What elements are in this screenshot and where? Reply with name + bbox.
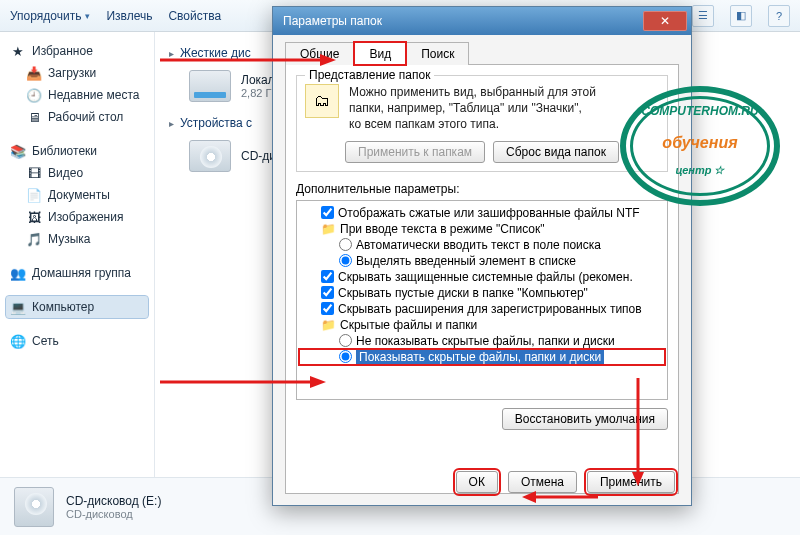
- cd-icon: [14, 487, 54, 527]
- network-icon: 🌐: [10, 333, 26, 349]
- sidebar-pictures[interactable]: 🖼Изображения: [6, 206, 148, 228]
- dialog-tabs: Общие Вид Поиск: [273, 35, 691, 64]
- footer-title: CD-дисковод (E:): [66, 494, 161, 508]
- dialog-titlebar[interactable]: Параметры папок ✕: [273, 7, 691, 35]
- preview-pane-icon[interactable]: ◧: [730, 5, 752, 27]
- toolbar-properties[interactable]: Свойства: [168, 9, 221, 23]
- apply-to-folders-button[interactable]: Применить к папкам: [345, 141, 485, 163]
- view-mode-icon[interactable]: ☰: [692, 5, 714, 27]
- folder-view-groupbox: Представление папок 🗂 Можно применить ви…: [296, 75, 668, 172]
- sidebar-documents[interactable]: 📄Документы: [6, 184, 148, 206]
- groupbox-text: Можно применить вид, выбранный для этой …: [349, 84, 596, 133]
- recent-icon: 🕘: [26, 87, 42, 103]
- tab-view-page: Представление папок 🗂 Можно применить ви…: [285, 64, 679, 494]
- opt-hidden-files[interactable]: Скрытые файлы и папки: [299, 317, 665, 333]
- sidebar-video[interactable]: 🎞Видео: [6, 162, 148, 184]
- close-icon[interactable]: ✕: [643, 11, 687, 31]
- sidebar-downloads[interactable]: 📥Загрузки: [6, 62, 148, 84]
- opt-auto-search[interactable]: Автоматически вводить текст в поле поиск…: [299, 237, 665, 253]
- library-icon: 📚: [10, 143, 26, 159]
- tab-general[interactable]: Общие: [285, 42, 354, 65]
- folder-view-icon: 🗂: [305, 84, 339, 118]
- opt-list-typing[interactable]: При вводе текста в режиме "Список": [299, 221, 665, 237]
- label: Видео: [48, 166, 83, 180]
- toolbar-organize[interactable]: Упорядочить: [10, 9, 90, 23]
- opt-dont-show-hidden[interactable]: Не показывать скрытые файлы, папки и дис…: [299, 333, 665, 349]
- label: Документы: [48, 188, 110, 202]
- tab-search[interactable]: Поиск: [406, 42, 469, 65]
- opt-compressed[interactable]: Отображать сжатые или зашифрованные файл…: [299, 205, 665, 221]
- dialog-title-text: Параметры папок: [283, 14, 382, 28]
- label: Сеть: [32, 334, 59, 348]
- sidebar-music[interactable]: 🎵Музыка: [6, 228, 148, 250]
- opt-select-typed[interactable]: Выделять введенный элемент в списке: [299, 253, 665, 269]
- sidebar-homegroup[interactable]: 👥Домашняя группа: [6, 262, 148, 284]
- toolbar-extract[interactable]: Извлечь: [106, 9, 152, 23]
- label: Музыка: [48, 232, 90, 246]
- groupbox-legend: Представление папок: [305, 68, 434, 82]
- opt-hide-extensions[interactable]: Скрывать расширения для зарегистрированн…: [299, 301, 665, 317]
- ok-button[interactable]: ОК: [456, 471, 498, 493]
- restore-defaults-button[interactable]: Восстановить умолчания: [502, 408, 668, 430]
- computer-icon: 💻: [10, 299, 26, 315]
- sidebar-desktop[interactable]: 🖥Рабочий стол: [6, 106, 148, 128]
- label: Компьютер: [32, 300, 94, 314]
- desktop-icon: 🖥: [26, 109, 42, 125]
- opt-hide-empty-drives[interactable]: Скрывать пустые диски в папке "Компьютер…: [299, 285, 665, 301]
- opt-hide-protected[interactable]: Скрывать защищенные системные файлы (рек…: [299, 269, 665, 285]
- sidebar-computer[interactable]: 💻Компьютер: [6, 296, 148, 318]
- reset-folders-button[interactable]: Сброс вида папок: [493, 141, 619, 163]
- cd-icon: [189, 140, 231, 172]
- star-icon: ★: [10, 43, 26, 59]
- folder-icon: [321, 222, 336, 236]
- advanced-label: Дополнительные параметры:: [296, 182, 668, 196]
- image-icon: 🖼: [26, 209, 42, 225]
- help-icon[interactable]: ?: [768, 5, 790, 27]
- sidebar-favorites[interactable]: ★Избранное: [6, 40, 148, 62]
- opt-show-hidden[interactable]: Показывать скрытые файлы, папки и диски: [299, 349, 665, 365]
- advanced-settings-tree[interactable]: Отображать сжатые или зашифрованные файл…: [296, 200, 668, 400]
- cancel-button[interactable]: Отмена: [508, 471, 577, 493]
- doc-icon: 📄: [26, 187, 42, 203]
- nav-sidebar: ★Избранное 📥Загрузки 🕘Недавние места 🖥Ра…: [0, 32, 155, 477]
- sidebar-network[interactable]: 🌐Сеть: [6, 330, 148, 352]
- apply-button[interactable]: Применить: [587, 471, 675, 493]
- label: Библиотеки: [32, 144, 97, 158]
- folder-options-dialog: Параметры папок ✕ Общие Вид Поиск Предст…: [272, 6, 692, 506]
- music-icon: 🎵: [26, 231, 42, 247]
- label: Изображения: [48, 210, 123, 224]
- label: Недавние места: [48, 88, 139, 102]
- folder-icon: 📥: [26, 65, 42, 81]
- folder-icon: [321, 318, 336, 332]
- label: Загрузки: [48, 66, 96, 80]
- label: Избранное: [32, 44, 93, 58]
- hdd-icon: [189, 70, 231, 102]
- label: Домашняя группа: [32, 266, 131, 280]
- video-icon: 🎞: [26, 165, 42, 181]
- sidebar-recent[interactable]: 🕘Недавние места: [6, 84, 148, 106]
- tab-view[interactable]: Вид: [354, 42, 406, 65]
- homegroup-icon: 👥: [10, 265, 26, 281]
- label: Рабочий стол: [48, 110, 123, 124]
- sidebar-libraries[interactable]: 📚Библиотеки: [6, 140, 148, 162]
- footer-sub: CD-дисковод: [66, 508, 161, 520]
